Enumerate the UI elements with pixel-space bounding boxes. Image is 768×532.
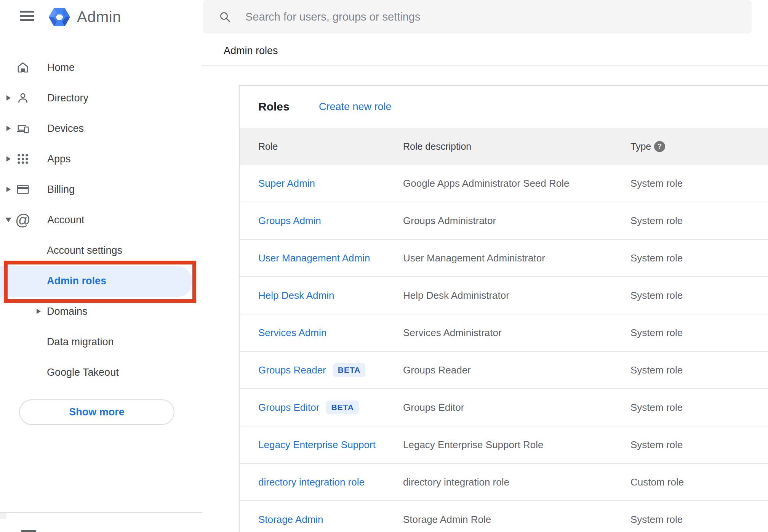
table-header-row: Role Role description Type ? [240,128,768,165]
role-link[interactable]: User Management Admin [258,240,370,276]
role-description: Help Desk Administrator [403,277,509,314]
role-description: Groups Reader [403,352,471,388]
sidebar-item-devices[interactable]: Devices [0,113,202,144]
role-link[interactable]: Super Admin [258,165,315,202]
role-link[interactable]: Services Admin [258,314,326,351]
role-type: System role [630,389,683,426]
role-link[interactable]: Storage Admin [258,501,323,532]
column-header-type: Type [630,128,651,165]
role-type: System role [630,426,683,463]
at-icon: @ [14,212,31,228]
table-row: User Management Admin User Management Ad… [240,240,768,277]
admin-logo-icon [49,6,70,28]
sidebar-item-label: Google Takeout [47,367,119,378]
hamburger-menu-icon[interactable] [20,11,34,21]
search-icon [219,11,231,23]
expand-arrow-icon[interactable] [37,309,41,314]
sidebar-item-account[interactable]: @ Account [0,205,202,235]
person-icon [14,91,31,105]
app-title: Admin [77,8,121,26]
sidebar-item-label: Devices [47,123,84,135]
role-description: Storage Admin Role [403,501,491,532]
role-description: Services Administrator [403,314,502,351]
role-type: System role [630,240,683,276]
show-more-button[interactable]: Show more [19,399,174,425]
help-icon[interactable]: ? [654,141,665,152]
table-row: Groups Editor BETA Groups Editor System … [240,389,768,426]
column-header-role: Role [258,128,278,165]
role-description: directory integration role [403,464,509,500]
billing-card-icon [14,183,31,196]
roles-card-header: Roles Create new role [240,86,768,128]
sidebar-item-label: Account settings [47,245,122,256]
create-new-role-link[interactable]: Create new role [319,86,392,128]
role-type: System role [630,202,683,239]
role-link[interactable]: Help Desk Admin [258,277,334,314]
table-row: Legacy Enterprise Support Legacy Enterpr… [240,426,768,464]
table-row: Groups Admin Groups Administrator System… [240,202,768,240]
table-row: Storage Admin Storage Admin Role System … [240,501,768,532]
table-row: directory integration role directory int… [240,464,768,501]
apps-grid-icon [14,152,31,166]
sidebar-item-label: Account [47,214,85,226]
role-description: User Management Administrator [403,240,545,276]
role-type: System role [630,165,683,202]
collapse-arrow-icon[interactable] [5,218,11,222]
sidebar-item-label: Domains [47,306,88,317]
header-divider [202,65,768,66]
breadcrumb: Admin roles [224,45,278,57]
role-description: Legacy Enterprise Support Role [403,426,544,463]
sidebar-item-home[interactable]: Home [0,52,202,83]
sidebar-item-label: Apps [47,153,71,165]
sidebar-item-domains[interactable]: Domains [0,296,202,327]
role-link[interactable]: Groups Editor [258,402,319,413]
table-row: Groups Reader BETA Groups Reader System … [240,352,768,389]
role-description: Groups Administrator [403,202,496,239]
role-link[interactable]: Groups Admin [258,202,321,239]
sidebar-item-apps[interactable]: Apps [0,144,202,174]
home-icon [14,61,31,74]
table-row: Help Desk Admin Help Desk Administrator … [240,277,768,314]
sidebar-item-billing[interactable]: Billing [0,174,202,205]
beta-badge: BETA [333,363,366,377]
sidebar-item-label: Home [47,62,75,74]
role-type: System role [630,352,683,388]
search-placeholder: Search for users, groups or settings [245,11,420,23]
column-header-description: Role description [403,128,471,165]
beta-badge: BETA [326,401,359,414]
sidebar-item-directory[interactable]: Directory [0,83,202,113]
sidebar-item-google-takeout[interactable]: Google Takeout [0,357,202,388]
section-title: Roles [258,86,290,128]
sidebar-item-label: Data migration [47,336,114,348]
role-description: Groups Editor [403,389,464,426]
partial-icon [21,530,36,532]
expand-arrow-icon[interactable] [6,156,11,162]
table-row: Super Admin Google Apps Administrator Se… [240,165,768,202]
expand-arrow-icon[interactable] [6,126,11,131]
role-link[interactable]: Groups Reader [258,364,326,376]
role-type: System role [630,314,683,351]
roles-card: Roles Create new role Role Role descript… [239,85,768,532]
search-input[interactable]: Search for users, groups or settings [203,0,752,34]
role-type: Custom role [630,464,684,500]
admin-console-screen: Admin Home Directory Devices Apps [0,0,768,532]
role-link[interactable]: Legacy Enterprise Support [258,426,376,463]
sidebar-divider [0,512,202,513]
role-type: System role [630,501,683,532]
devices-icon [14,122,31,135]
role-description: Google Apps Administrator Seed Role [403,165,569,202]
scrollbar-fragment [0,513,6,519]
table-row: Services Admin Services Administrator Sy… [240,314,768,352]
role-link[interactable]: directory integration role [258,464,365,500]
sidebar-item-data-migration[interactable]: Data migration [0,327,202,357]
sidebar-item-label: Billing [47,184,75,195]
expand-arrow-icon[interactable] [6,187,11,192]
role-type: System role [630,277,683,314]
sidebar-item-label: Directory [47,92,88,104]
expand-arrow-icon[interactable] [6,95,11,101]
